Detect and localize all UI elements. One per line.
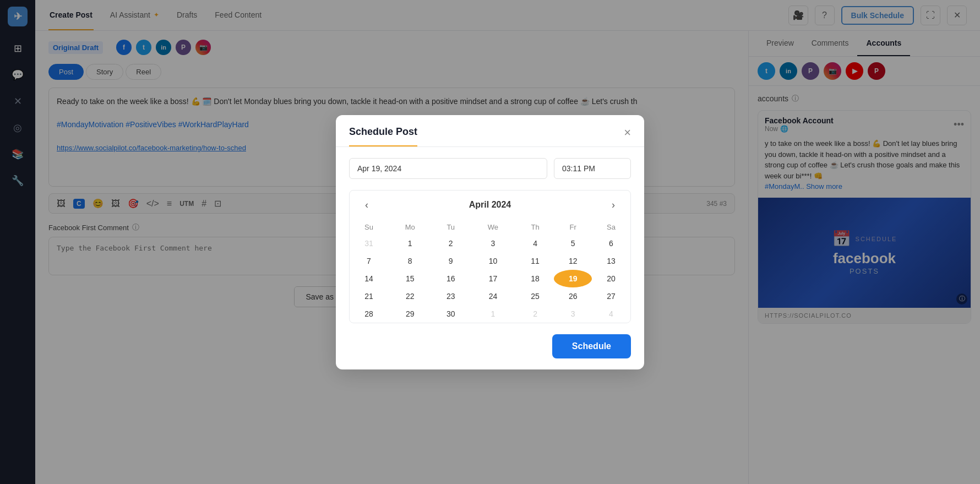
calendar-day[interactable]: 4 bbox=[516, 235, 554, 252]
schedule-confirm-button[interactable]: Schedule bbox=[552, 334, 631, 358]
calendar-day[interactable]: 28 bbox=[350, 305, 388, 323]
calendar-day[interactable]: 21 bbox=[350, 287, 388, 305]
calendar-day[interactable]: 11 bbox=[516, 252, 554, 270]
calendar-day[interactable]: 23 bbox=[432, 287, 470, 305]
calendar-day[interactable]: 10 bbox=[470, 252, 516, 270]
calendar-day: 4 bbox=[592, 305, 630, 323]
calendar-day[interactable]: 5 bbox=[554, 235, 592, 252]
weekday-mo: Mo bbox=[388, 220, 432, 235]
calendar-day[interactable]: 3 bbox=[470, 235, 516, 252]
calendar-day[interactable]: 6 bbox=[592, 235, 630, 252]
calendar-week-row: 21222324252627 bbox=[350, 287, 630, 305]
modal-body: Apr 19, 2024 03:11 PM ‹ April 2024 › Su … bbox=[336, 147, 644, 369]
calendar-day[interactable]: 2 bbox=[432, 235, 470, 252]
calendar-day[interactable]: 1 bbox=[388, 235, 432, 252]
modal-header: Schedule Post × bbox=[336, 115, 644, 147]
modal-actions: Schedule bbox=[349, 334, 631, 358]
calendar-next-button[interactable]: › bbox=[607, 197, 619, 213]
calendar-day[interactable]: 18 bbox=[516, 270, 554, 287]
time-input[interactable]: 03:11 PM bbox=[554, 158, 631, 179]
calendar-day[interactable]: 26 bbox=[554, 287, 592, 305]
calendar-day: 1 bbox=[470, 305, 516, 323]
calendar-day[interactable]: 17 bbox=[470, 270, 516, 287]
datetime-row: Apr 19, 2024 03:11 PM bbox=[349, 158, 631, 179]
calendar-prev-button[interactable]: ‹ bbox=[361, 197, 373, 213]
weekday-sa: Sa bbox=[592, 220, 630, 235]
date-input[interactable]: Apr 19, 2024 bbox=[349, 158, 547, 179]
calendar-week-row: 14151617181920 bbox=[350, 270, 630, 287]
calendar-day[interactable]: 8 bbox=[388, 252, 432, 270]
calendar-day[interactable]: 24 bbox=[470, 287, 516, 305]
weekday-we: We bbox=[470, 220, 516, 235]
calendar-day[interactable]: 16 bbox=[432, 270, 470, 287]
weekday-tu: Tu bbox=[432, 220, 470, 235]
modal-close-button[interactable]: × bbox=[624, 127, 631, 146]
calendar-day: 31 bbox=[350, 235, 388, 252]
calendar-month-year: April 2024 bbox=[469, 200, 511, 210]
calendar-week-row: 78910111213 bbox=[350, 252, 630, 270]
weekday-th: Th bbox=[516, 220, 554, 235]
calendar-day[interactable]: 12 bbox=[554, 252, 592, 270]
calendar-day[interactable]: 20 bbox=[592, 270, 630, 287]
calendar-day[interactable]: 14 bbox=[350, 270, 388, 287]
calendar-day[interactable]: 7 bbox=[350, 252, 388, 270]
calendar-week-row: 2829301234 bbox=[350, 305, 630, 323]
calendar-weekday-row: Su Mo Tu We Th Fr Sa bbox=[350, 220, 630, 235]
calendar: ‹ April 2024 › Su Mo Tu We Th Fr Sa bbox=[349, 190, 631, 323]
weekday-fr: Fr bbox=[554, 220, 592, 235]
weekday-su: Su bbox=[350, 220, 388, 235]
calendar-day[interactable]: 13 bbox=[592, 252, 630, 270]
calendar-grid: Su Mo Tu We Th Fr Sa 3112345678910111213… bbox=[350, 220, 630, 323]
calendar-day[interactable]: 30 bbox=[432, 305, 470, 323]
calendar-week-row: 31123456 bbox=[350, 235, 630, 252]
calendar-day: 2 bbox=[516, 305, 554, 323]
calendar-day[interactable]: 22 bbox=[388, 287, 432, 305]
calendar-day[interactable]: 19 bbox=[554, 270, 592, 287]
calendar-header: ‹ April 2024 › bbox=[350, 191, 630, 220]
calendar-day: 3 bbox=[554, 305, 592, 323]
schedule-post-modal: Schedule Post × Apr 19, 2024 03:11 PM ‹ … bbox=[336, 115, 644, 369]
calendar-day[interactable]: 15 bbox=[388, 270, 432, 287]
calendar-day[interactable]: 29 bbox=[388, 305, 432, 323]
calendar-day[interactable]: 25 bbox=[516, 287, 554, 305]
modal-overlay[interactable]: Schedule Post × Apr 19, 2024 03:11 PM ‹ … bbox=[0, 0, 980, 484]
calendar-day[interactable]: 27 bbox=[592, 287, 630, 305]
modal-title: Schedule Post bbox=[349, 126, 417, 146]
calendar-day[interactable]: 9 bbox=[432, 252, 470, 270]
